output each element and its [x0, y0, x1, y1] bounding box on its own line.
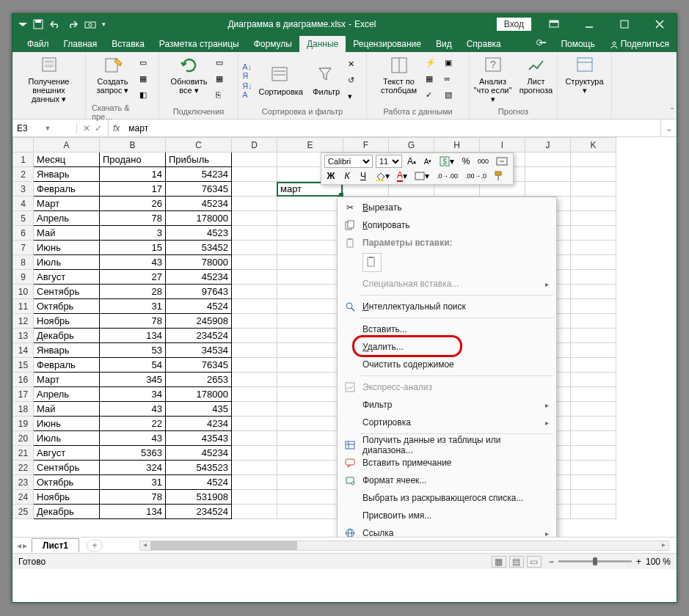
cell-C1[interactable]: Прибыль: [166, 153, 232, 167]
qa-customize-icon[interactable]: ▾: [102, 21, 106, 28]
cell-D21[interactable]: [232, 446, 277, 461]
ctx-link[interactable]: Ссылка▸: [338, 524, 556, 537]
ctx-delete[interactable]: Удалить...: [338, 338, 556, 356]
cell-K24[interactable]: [571, 490, 616, 505]
cell-E17[interactable]: [277, 387, 343, 402]
comma-icon[interactable]: 000: [475, 155, 491, 168]
redo-icon[interactable]: [67, 20, 79, 29]
row-header-12[interactable]: 12: [13, 314, 34, 329]
tab-справка[interactable]: Справка: [459, 36, 508, 52]
cell-C19[interactable]: 4234: [166, 417, 232, 431]
ctx-define-name[interactable]: Присвоить имя...: [338, 507, 556, 524]
cell-A16[interactable]: Март: [34, 373, 100, 387]
cell-C16[interactable]: 2653: [166, 373, 232, 387]
percent-icon[interactable]: %: [459, 155, 473, 168]
cell-A5[interactable]: Апрель: [34, 211, 100, 226]
cell-D7[interactable]: [232, 241, 277, 255]
cell-C18[interactable]: 435: [166, 402, 232, 417]
row-header-11[interactable]: 11: [13, 299, 34, 314]
cell-C6[interactable]: 4523: [166, 226, 232, 241]
cell-K11[interactable]: [571, 299, 616, 314]
cell-E10[interactable]: [277, 285, 343, 299]
text-to-columns-button[interactable]: Текст по столбцам: [377, 55, 421, 95]
ctx-smart-lookup[interactable]: Интеллектуальный поиск: [338, 298, 556, 315]
col-header-H[interactable]: H: [434, 138, 480, 153]
cell-C8[interactable]: 78000: [166, 255, 232, 270]
ctx-insert-comment[interactable]: Вставить примечание: [338, 454, 556, 472]
ctx-pick-from-list[interactable]: Выбрать из раскрывающегося списка...: [338, 489, 556, 507]
horizontal-scrollbar[interactable]: ◂▸: [139, 540, 669, 551]
cell-K9[interactable]: [571, 270, 616, 285]
cell-D17[interactable]: [232, 387, 277, 402]
cell-K8[interactable]: [571, 255, 616, 270]
row-header-5[interactable]: 5: [13, 211, 34, 226]
tab-вставка[interactable]: Вставка: [104, 36, 152, 52]
col-header-F[interactable]: F: [343, 138, 389, 153]
row-header-6[interactable]: 6: [13, 226, 34, 241]
new-query-button[interactable]: Создать запрос ▾: [91, 55, 135, 95]
sheet-nav-next-icon[interactable]: ▸: [23, 540, 27, 551]
cell-A19[interactable]: Июнь: [34, 417, 100, 431]
cell-D3[interactable]: [232, 182, 277, 197]
cell-C7[interactable]: 53452: [166, 241, 232, 255]
cell-K3[interactable]: [571, 182, 616, 197]
cell-K16[interactable]: [571, 373, 616, 387]
cell-B12[interactable]: 78: [100, 314, 166, 329]
cell-D18[interactable]: [232, 402, 277, 417]
cell-B17[interactable]: 34: [100, 387, 166, 402]
italic-icon[interactable]: К: [340, 169, 354, 183]
merge-icon[interactable]: [494, 155, 510, 168]
cell-A21[interactable]: Август: [34, 446, 100, 461]
name-box[interactable]: E3▼: [12, 123, 77, 133]
cell-K15[interactable]: [571, 358, 616, 373]
borders-icon[interactable]: ▾: [412, 169, 431, 183]
row-header-24[interactable]: 24: [13, 490, 34, 505]
row-header-4[interactable]: 4: [13, 197, 34, 211]
remove-duplicates-icon[interactable]: ▦: [426, 71, 440, 86]
cell-E20[interactable]: [277, 431, 343, 446]
cell-K13[interactable]: [571, 329, 616, 343]
cell-A3[interactable]: Февраль: [34, 182, 100, 197]
cell-D9[interactable]: [232, 270, 277, 285]
ctx-format-cells[interactable]: Формат ячеек...: [338, 472, 556, 489]
cell-B4[interactable]: 26: [100, 197, 166, 211]
get-external-data-button[interactable]: Получение внешних данных ▾: [27, 55, 71, 103]
clear-filter-icon[interactable]: ✕: [348, 57, 362, 72]
row-header-7[interactable]: 7: [13, 241, 34, 255]
col-header-I[interactable]: I: [480, 138, 525, 153]
cell-A12[interactable]: Ноябрь: [34, 314, 100, 329]
row-header-8[interactable]: 8: [13, 255, 34, 270]
cell-K2[interactable]: [571, 167, 616, 182]
cell-A17[interactable]: Апрель: [34, 387, 100, 402]
cell-B22[interactable]: 324: [100, 461, 166, 475]
cell-A9[interactable]: Август: [34, 270, 100, 285]
cell-D22[interactable]: [232, 461, 277, 475]
cell-D13[interactable]: [232, 329, 277, 343]
tab-файл[interactable]: Файл: [20, 36, 56, 52]
row-header-2[interactable]: 2: [13, 167, 34, 182]
cell-D16[interactable]: [232, 373, 277, 387]
cell-B5[interactable]: 78: [100, 211, 166, 226]
close-button[interactable]: [643, 14, 677, 34]
accounting-format-icon[interactable]: $▾: [437, 155, 456, 168]
cell-K7[interactable]: [571, 241, 616, 255]
zoom-slider[interactable]: [558, 560, 632, 562]
show-queries-icon[interactable]: ▭: [139, 55, 154, 70]
cell-C11[interactable]: 4524: [166, 299, 232, 314]
flash-fill-icon[interactable]: ⚡: [426, 55, 440, 70]
cell-J2[interactable]: [525, 167, 571, 182]
cell-D14[interactable]: [232, 343, 277, 358]
row-header-16[interactable]: 16: [13, 373, 34, 387]
autosave-arrow-icon[interactable]: [18, 20, 27, 29]
recent-sources-icon[interactable]: ◧: [139, 87, 154, 102]
spreadsheet-grid[interactable]: ABCDEFGHIJK1МесяцПроданоПрибыль2Январь14…: [12, 137, 677, 537]
what-if-button[interactable]: ?Анализ "что если" ▾: [473, 55, 514, 103]
cell-B24[interactable]: 78: [100, 490, 166, 505]
cell-D4[interactable]: [232, 197, 277, 211]
cell-A8[interactable]: Июль: [34, 255, 100, 270]
fx-icon[interactable]: fx: [109, 123, 124, 133]
ctx-copy[interactable]: Копировать: [338, 216, 556, 234]
row-header-10[interactable]: 10: [13, 285, 34, 299]
cell-A18[interactable]: Май: [34, 402, 100, 417]
cell-D11[interactable]: [232, 299, 277, 314]
